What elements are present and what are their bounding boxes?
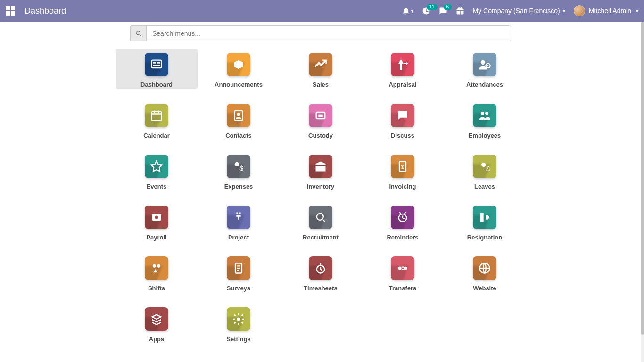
app-tile-label: Apps <box>149 336 165 343</box>
page-title: Dashboard <box>25 6 66 16</box>
app-tile-settings[interactable]: Settings <box>198 304 280 343</box>
surveys-icon <box>227 256 250 280</box>
announcement-icon <box>227 53 250 76</box>
app-tile-dashboard[interactable]: Dashboard <box>116 49 198 89</box>
app-tile-label: Inventory <box>307 183 335 190</box>
app-tile-transfers[interactable]: Transfers <box>362 253 444 292</box>
app-tile-invoicing[interactable]: Invoicing <box>362 151 444 190</box>
bell-icon <box>402 7 410 15</box>
app-tile-expenses[interactable]: Expenses <box>198 151 280 190</box>
main-content: DashboardAnnouncementsSalesAppraisalAtte… <box>0 22 641 362</box>
calendar-icon <box>145 104 168 127</box>
app-tile-leaves[interactable]: Leaves <box>444 151 526 190</box>
gift-button[interactable] <box>456 7 464 15</box>
attendance-icon <box>473 53 496 76</box>
search-input[interactable] <box>146 25 511 41</box>
activity-button[interactable]: 11 <box>422 7 430 15</box>
search-icon <box>135 30 142 37</box>
app-tile-payroll[interactable]: Payroll <box>116 202 198 241</box>
search-button[interactable] <box>130 25 146 41</box>
app-tile-label: Contacts <box>225 132 252 139</box>
app-tile-recruitment[interactable]: Recruitment <box>280 202 362 241</box>
app-tile-label: Dashboard <box>140 81 173 88</box>
app-tile-label: Website <box>473 285 496 292</box>
avatar <box>574 5 585 16</box>
app-tile-label: Resignation <box>467 234 502 241</box>
app-tile-label: Surveys <box>227 285 251 292</box>
app-tile-label: Invoicing <box>389 183 416 190</box>
employees-icon <box>473 104 496 127</box>
resignation-icon <box>473 206 496 229</box>
activity-badge: 11 <box>427 4 438 10</box>
app-tile-attendances[interactable]: Attendances <box>444 49 526 89</box>
app-tile-project[interactable]: Project <box>198 202 280 241</box>
project-icon <box>227 206 250 229</box>
app-tile-label: Leaves <box>474 183 495 190</box>
chevron-down-icon: ▾ <box>411 8 413 14</box>
app-tile-timesheets[interactable]: Timesheets <box>280 253 362 292</box>
app-tile-events[interactable]: Events <box>116 151 198 190</box>
app-tile-label: Discuss <box>391 132 414 139</box>
recruitment-icon <box>309 206 332 229</box>
app-tile-surveys[interactable]: Surveys <box>198 253 280 292</box>
app-tile-label: Custody <box>308 132 333 139</box>
expenses-icon <box>227 155 250 178</box>
notifications-button[interactable]: ▾ <box>402 7 413 15</box>
app-tile-label: Project <box>228 234 249 241</box>
top-navbar: Dashboard ▾ 11 6 My Company (San Francis… <box>0 0 644 22</box>
company-selector[interactable]: My Company (San Francisco) ▾ <box>473 7 565 15</box>
app-tile-discuss[interactable]: Discuss <box>362 100 444 140</box>
leaves-icon <box>473 155 496 178</box>
chevron-down-icon: ▾ <box>636 8 638 14</box>
app-tile-label: Timesheets <box>304 285 337 292</box>
app-tile-label: Announcements <box>215 81 263 88</box>
app-tile-label: Calendar <box>143 132 170 139</box>
app-tile-label: Expenses <box>224 183 253 190</box>
messages-button[interactable]: 6 <box>439 7 447 15</box>
app-tile-announcements[interactable]: Announcements <box>198 49 280 89</box>
company-name: My Company (San Francisco) <box>473 7 560 15</box>
app-tile-appraisal[interactable]: Appraisal <box>362 49 444 89</box>
app-tile-resignation[interactable]: Resignation <box>444 202 526 241</box>
settings-icon <box>227 307 250 331</box>
payroll-icon <box>145 206 168 229</box>
scrollbar[interactable] <box>641 22 644 362</box>
events-icon <box>145 155 168 178</box>
messages-badge: 6 <box>444 4 452 10</box>
app-tile-inventory[interactable]: Inventory <box>280 151 362 190</box>
transfers-icon <box>391 256 414 280</box>
apps-icon <box>145 307 168 331</box>
app-tile-label: Appraisal <box>388 81 416 88</box>
contacts-icon <box>227 104 250 127</box>
app-tile-label: Sales <box>313 81 329 88</box>
app-tile-calendar[interactable]: Calendar <box>116 100 198 140</box>
app-tile-employees[interactable]: Employees <box>444 100 526 140</box>
app-tile-label: Shifts <box>148 285 165 292</box>
appraisal-icon <box>391 53 414 76</box>
app-tile-label: Reminders <box>387 234 418 241</box>
website-icon <box>473 256 496 280</box>
discuss-icon <box>391 104 414 127</box>
app-tile-contacts[interactable]: Contacts <box>198 100 280 140</box>
user-name: Mitchell Admin <box>589 7 631 15</box>
timesheets-icon <box>309 256 332 280</box>
app-tile-reminders[interactable]: Reminders <box>362 202 444 241</box>
scrollbar-thumb[interactable] <box>641 22 644 335</box>
app-tile-shifts[interactable]: Shifts <box>116 253 198 292</box>
chevron-down-icon: ▾ <box>563 8 565 14</box>
gift-icon <box>456 7 464 15</box>
app-tile-apps[interactable]: Apps <box>116 304 198 343</box>
shifts-icon <box>145 256 168 280</box>
user-menu[interactable]: Mitchell Admin ▾ <box>574 5 638 16</box>
sales-icon <box>309 53 332 76</box>
app-tile-label: Employees <box>469 132 501 139</box>
search-bar <box>130 25 511 41</box>
dashboard-icon <box>145 53 168 76</box>
apps-switcher-icon[interactable] <box>6 6 15 16</box>
app-tile-website[interactable]: Website <box>444 253 526 292</box>
custody-icon <box>309 104 332 127</box>
app-tile-label: Events <box>147 183 167 190</box>
app-tile-custody[interactable]: Custody <box>280 100 362 140</box>
app-tile-sales[interactable]: Sales <box>280 49 362 89</box>
app-tile-label: Transfers <box>389 285 417 292</box>
